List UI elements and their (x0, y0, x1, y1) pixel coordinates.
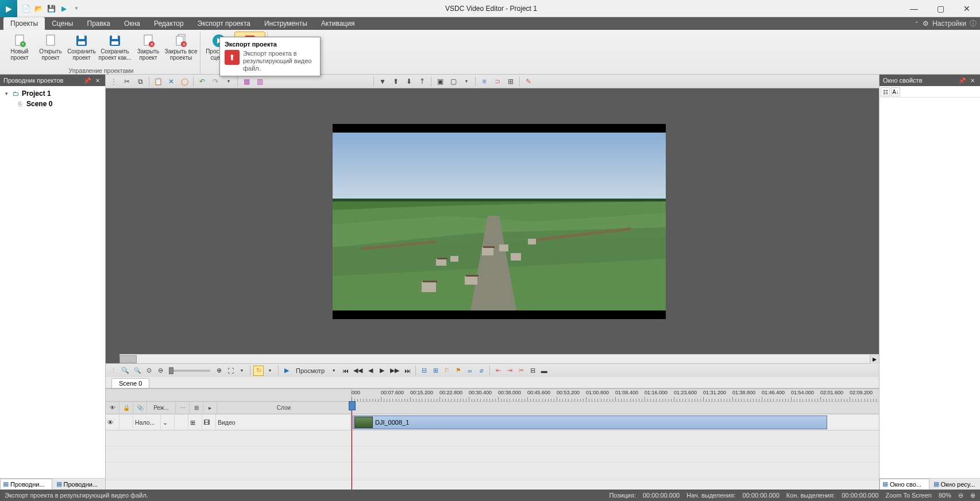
help-icon[interactable]: ⓘ (970, 19, 977, 29)
crop-mid-icon[interactable]: ✂ (516, 366, 526, 376)
scene-tab-0[interactable]: Scene 0 (111, 378, 149, 388)
props-sort-icon[interactable]: A↓ (891, 87, 900, 96)
tab-scenes[interactable]: Сцены (45, 17, 80, 30)
preview-drop-icon[interactable]: ▼ (329, 366, 339, 376)
settings-label[interactable]: Настройки (932, 20, 966, 28)
props-tab-1[interactable]: ▦Окно сво... (879, 479, 929, 490)
col-layers[interactable]: Слои (217, 402, 351, 414)
qat-open-icon[interactable]: 📂 (33, 3, 44, 14)
close-project-button[interactable]: ✕ Закрыть проект (133, 32, 164, 67)
props-tab-2[interactable]: ▦Окно ресу... (931, 479, 981, 490)
redo-icon[interactable]: ↷ (210, 76, 221, 87)
close-button[interactable]: ✕ (954, 0, 980, 17)
tab-projects[interactable]: Проекты (3, 17, 45, 30)
pin-icon[interactable]: 📌 (83, 76, 91, 84)
link1-icon[interactable]: ∞ (465, 366, 475, 376)
layer-top-icon[interactable]: ⤒ (416, 76, 428, 87)
marker1-icon[interactable]: ⚐ (442, 366, 452, 376)
zoom-in-icon[interactable]: 🔍 (119, 366, 131, 376)
close-all-button[interactable]: ✕ Закрыть все проекты (164, 32, 198, 67)
col-mode[interactable]: Реж... (147, 402, 176, 414)
loop-icon[interactable]: ↻ (253, 366, 264, 376)
save-as-button[interactable]: Сохранить проект как... (97, 32, 133, 67)
minimize-button[interactable]: — (901, 0, 927, 17)
crop-r-icon[interactable]: ⇥ (504, 366, 515, 376)
align-icon[interactable]: ≡ (479, 76, 490, 87)
qat-dropdown-icon[interactable]: ▼ (71, 3, 82, 14)
group-drop-icon[interactable]: ▼ (461, 76, 472, 87)
arrow-down-icon[interactable]: ▼ (377, 76, 388, 87)
step-back-icon[interactable]: ◀ (365, 366, 376, 376)
status-zoom-in-icon[interactable]: ⊕ (970, 492, 975, 499)
timeline-scrollbar[interactable] (106, 480, 879, 490)
link2-icon[interactable]: ⌀ (476, 366, 487, 376)
explorer-tab-2[interactable]: ▦Проводни... (53, 479, 106, 490)
scrollbar-thumb[interactable] (119, 355, 137, 363)
zoom-fit-icon[interactable]: ⊙ (144, 366, 154, 376)
zoom-out-icon[interactable]: 🔍 (132, 366, 142, 376)
scroll-right-icon[interactable]: ▶ (870, 355, 879, 364)
goto-start-icon[interactable]: ⏮ (340, 366, 350, 376)
maximize-button[interactable]: ▢ (927, 0, 954, 17)
open-project-button[interactable]: Открыть проект (35, 32, 66, 67)
pen-icon[interactable]: ✎ (523, 76, 534, 87)
layer-down-icon[interactable]: ⬇ (403, 76, 415, 87)
tab-editor[interactable]: Редактор (147, 17, 191, 30)
col-6-icon[interactable]: ⊞ (190, 402, 203, 414)
col-5-icon[interactable]: ⋯ (176, 402, 190, 414)
crop-l-icon[interactable]: ⇤ (493, 366, 503, 376)
preview-label[interactable]: Просмотр (293, 366, 327, 376)
track-name[interactable]: Видео (216, 414, 351, 430)
step-fwd-icon[interactable]: ▶ (377, 366, 387, 376)
undo-icon[interactable]: ↶ (196, 76, 208, 87)
col-visibility-icon[interactable]: 👁 (106, 402, 119, 414)
tab-activation[interactable]: Активация (314, 17, 362, 30)
track-drop-icon[interactable]: ⌄ (161, 414, 175, 430)
new-project-button[interactable]: + Новый проект (4, 32, 35, 67)
qat-save-icon[interactable]: 💾 (46, 3, 56, 14)
zoom-plus-icon[interactable]: ⊕ (214, 366, 224, 376)
video-clip[interactable]: DJI_0008_1 (353, 415, 827, 429)
scene-node[interactable]: ⎘ Scene 0 (3, 99, 102, 109)
grid-icon[interactable]: ⊞ (505, 76, 516, 87)
gear-icon[interactable]: ⚙ (923, 20, 929, 28)
tab-tools[interactable]: Инструменты (257, 17, 314, 30)
split2-icon[interactable]: ⊞ (430, 366, 441, 376)
play-button[interactable]: ▶ (281, 366, 292, 376)
qat-play-icon[interactable]: ▶ (59, 3, 69, 14)
project-node[interactable]: ▾ 🗀 Project 1 (3, 88, 102, 99)
track-mode[interactable]: Нало... (133, 414, 161, 430)
zoom-minus-icon[interactable]: ⊖ (155, 366, 165, 376)
layer-up-icon[interactable]: ⬆ (390, 76, 402, 87)
del-out-icon[interactable]: ▬ (539, 366, 549, 376)
del-sel-icon[interactable]: ⊟ (527, 366, 538, 376)
close-panel-icon[interactable]: ✕ (94, 76, 102, 84)
props-close-icon[interactable]: ✕ (969, 76, 977, 84)
col-7-icon[interactable]: ▸ (203, 402, 217, 414)
fit-screen-icon[interactable]: ⛶ (225, 366, 236, 376)
prev-frame-icon[interactable]: ◀◀ (352, 366, 364, 376)
split-icon[interactable]: ⊟ (419, 366, 429, 376)
fit-drop-icon[interactable]: ▼ (237, 366, 247, 376)
cut-icon[interactable]: ✂ (121, 76, 133, 87)
zoom-slider[interactable] (169, 370, 210, 372)
explorer-tab-1[interactable]: ▦Проводни... (0, 479, 52, 490)
qat-new-icon[interactable]: 📄 (21, 3, 31, 14)
video-preview[interactable] (333, 124, 666, 319)
props-cat-icon[interactable]: ☷ (881, 87, 890, 96)
tab-windows[interactable]: Окна (117, 17, 147, 30)
track-expand-icon[interactable]: ⊞ (188, 414, 202, 430)
caret-up-icon[interactable]: ⌃ (915, 21, 919, 26)
playhead[interactable] (352, 402, 352, 490)
timeline-ruler[interactable]: 00000:07.60000:15.20000:22.80000:30.4000… (352, 389, 879, 401)
props-pin-icon[interactable]: 📌 (958, 76, 966, 84)
copy-icon[interactable]: ⧉ (134, 76, 146, 87)
col-pin-icon[interactable]: 📎 (133, 402, 147, 414)
undo-drop-icon[interactable]: ▼ (223, 76, 234, 87)
track-vis-icon[interactable]: 👁 (106, 414, 119, 430)
next-frame-icon[interactable]: ▶▶ (388, 366, 401, 376)
status-zoom-out-icon[interactable]: ⊖ (958, 492, 963, 499)
delete-icon[interactable]: ✕ (165, 76, 177, 87)
paste-icon[interactable]: 📋 (152, 76, 164, 87)
track-type-icon[interactable]: 🎞 (202, 414, 216, 430)
